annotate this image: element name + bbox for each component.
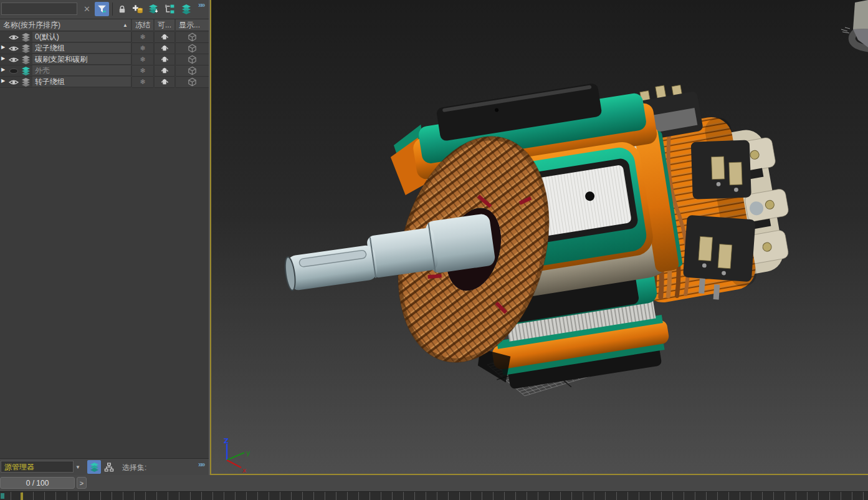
axis-x-label: x: [242, 466, 247, 474]
explorer-name-dropdown[interactable]: 源管理器: [1, 461, 74, 473]
layer-icon: [21, 66, 32, 76]
scene-explorer-toolbar: ✕ »»: [0, 0, 209, 19]
axis-z-label: Z: [224, 437, 229, 445]
expand-arrow-icon[interactable]: ▶: [1, 78, 7, 84]
column-gap: [131, 77, 132, 87]
application-window: ✕ »» 名称(按升序排序)▲ 冻结 可: [0, 0, 868, 500]
row-label: 外壳: [32, 65, 131, 76]
render-visibility-toggle[interactable]: [155, 32, 174, 43]
footer-overflow-button[interactable]: »»: [198, 460, 204, 469]
pick-add-button[interactable]: [130, 2, 145, 16]
clear-search-button[interactable]: ✕: [80, 2, 94, 16]
sort-by-hierarchy-button[interactable]: [102, 460, 116, 474]
visibility-eye-icon[interactable]: [8, 44, 19, 54]
hierarchy-icon: [165, 4, 175, 14]
column-gap: [131, 65, 132, 76]
row-label: 转子绕组: [32, 77, 131, 87]
column-gap: [131, 32, 132, 42]
column-gap: [153, 54, 155, 65]
freeze-toggle[interactable]: ❄: [132, 54, 153, 65]
scene-3d[interactable]: Z y x: [211, 0, 868, 474]
render-visibility-toggle[interactable]: [155, 77, 174, 88]
tree-icon: [104, 463, 114, 472]
add-to-layer-button[interactable]: [146, 2, 161, 16]
expand-arrow-icon[interactable]: ▶: [1, 67, 7, 72]
scene-object-row[interactable]: ▶转子绕组❄: [0, 77, 209, 88]
visibility-eye-icon[interactable]: [8, 77, 19, 87]
column-header-freeze[interactable]: 冻结: [132, 19, 153, 31]
toolbar-separator: [112, 2, 113, 16]
display-toggle[interactable]: [176, 43, 209, 54]
world-axis-gizmo: Z y x: [224, 437, 250, 474]
layer-icon: [21, 55, 32, 65]
row-label: 定子绕组: [32, 43, 131, 54]
track-bar-ruler[interactable]: [0, 491, 868, 500]
column-gap: [174, 54, 176, 65]
visibility-eye-icon[interactable]: [8, 32, 19, 42]
column-gap: [153, 65, 155, 76]
freeze-toggle[interactable]: ❄: [132, 77, 153, 88]
column-gap: [153, 43, 155, 54]
layers-down-icon: [148, 4, 160, 14]
time-slider[interactable]: 0 / 100: [0, 477, 75, 489]
timeline-strip: 0 / 100 >: [0, 475, 868, 491]
visibility-eye-icon[interactable]: [8, 66, 19, 76]
scene-explorer-panel: ✕ »» 名称(按升序排序)▲ 冻结 可: [0, 0, 210, 475]
display-toggle[interactable]: [176, 32, 209, 43]
row-label: 碳刷支架和碳刷: [32, 54, 131, 65]
scene-explorer-footer: 源管理器 ▼ 选择集: »»: [0, 458, 209, 476]
trackbar-glyph: [1, 493, 4, 499]
visibility-eye-icon[interactable]: [8, 55, 19, 65]
column-header-visible[interactable]: 可...: [155, 19, 174, 31]
viewport-3d[interactable]: Z y x: [210, 0, 868, 475]
column-header-display[interactable]: 显示...: [176, 19, 209, 31]
chevron-down-icon[interactable]: ▼: [75, 464, 80, 470]
search-input[interactable]: [1, 2, 77, 15]
lock-icon: [117, 4, 127, 14]
selection-set-label: 选择集:: [122, 463, 146, 473]
column-gap: [174, 43, 176, 54]
render-visibility-toggle[interactable]: [155, 54, 174, 65]
freeze-toggle[interactable]: ❄: [132, 65, 153, 77]
layer-icon: [21, 32, 32, 42]
column-gap: [174, 32, 176, 42]
column-gap: [131, 54, 132, 65]
filter-button[interactable]: [95, 2, 109, 16]
column-gap: [153, 32, 155, 42]
sort-ascending-icon: ▲: [123, 19, 128, 31]
column-gap: [174, 65, 176, 76]
column-header-name[interactable]: 名称(按升序排序)▲: [0, 19, 131, 31]
lock-button[interactable]: [115, 2, 129, 16]
viewcube-compass-marks: [841, 27, 850, 33]
layer-icon: [21, 44, 32, 54]
pick-add-icon: [132, 4, 143, 14]
scene-object-row[interactable]: ▶外壳❄: [0, 65, 209, 77]
sort-by-layer-button[interactable]: [87, 460, 101, 474]
layers-icon: [181, 4, 192, 14]
scene-object-row[interactable]: ▶定子绕组❄: [0, 43, 209, 54]
column-gap: [174, 77, 176, 87]
next-frame-button[interactable]: >: [77, 477, 87, 489]
display-toggle[interactable]: [176, 65, 209, 77]
brush-holder-right: [691, 140, 751, 200]
toolbar-overflow-button[interactable]: »»: [198, 1, 204, 9]
layer-view-button[interactable]: [179, 2, 193, 16]
freeze-toggle[interactable]: ❄: [132, 43, 153, 54]
viewcube[interactable]: [841, 0, 868, 52]
column-gap: [131, 43, 132, 54]
hierarchy-view-button[interactable]: [163, 2, 177, 16]
display-toggle[interactable]: [176, 54, 209, 65]
scene-object-row[interactable]: ▶0(默认)❄: [0, 32, 209, 43]
expand-arrow-icon[interactable]: ▶: [1, 55, 7, 61]
display-toggle[interactable]: [176, 77, 209, 88]
layers-icon: [89, 462, 100, 472]
current-frame-marker[interactable]: [21, 493, 23, 500]
freeze-toggle[interactable]: ❄: [132, 32, 153, 43]
scene-explorer-column-headers: 名称(按升序排序)▲ 冻结 可... 显示...: [0, 19, 209, 32]
axis-y-label: y: [246, 449, 250, 457]
close-icon: ✕: [83, 4, 90, 14]
scene-object-row[interactable]: ▶碳刷支架和碳刷❄: [0, 54, 209, 65]
expand-arrow-icon[interactable]: ▶: [1, 44, 7, 50]
render-visibility-toggle[interactable]: [155, 65, 174, 77]
render-visibility-toggle[interactable]: [155, 43, 174, 54]
